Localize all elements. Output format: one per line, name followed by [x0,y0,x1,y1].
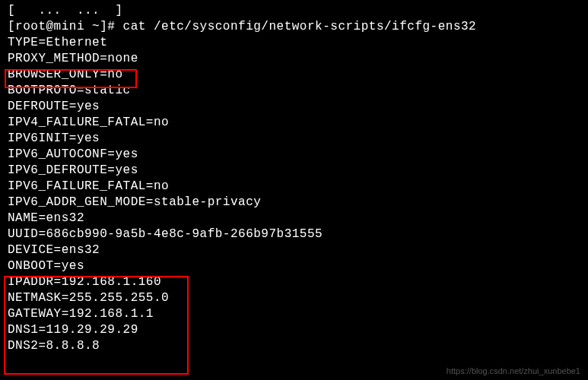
config-line: BROWSER_ONLY=no [8,67,580,83]
config-line: PROXY_METHOD=none [8,51,580,67]
shell-prompt: [root@mini ~]# [8,20,123,33]
terminal-prev-line: [ ... ... ] [8,3,580,19]
config-line: DEVICE=ens32 [8,242,580,258]
command-text: cat /etc/sysconfig/network-scripts/ifcfg… [123,20,477,33]
config-line-ipaddr: IPADDR=192.168.1.160 [8,274,580,290]
config-line: UUID=686cb990-9a5b-4e8c-9afb-266b97b3155… [8,226,580,242]
config-line: DEFROUTE=yes [8,99,580,115]
config-line-dns1: DNS1=119.29.29.29 [8,322,580,338]
config-line: IPV6INIT=yes [8,131,580,147]
config-line-bootproto: BOOTPROTO=static [8,83,580,99]
config-line: TYPE=Ethernet [8,35,580,51]
terminal-command-line[interactable]: [root@mini ~]# cat /etc/sysconfig/networ… [8,19,580,35]
config-line: IPV6_AUTOCONF=yes [8,147,580,163]
watermark-text: https://blog.csdn.net/zhui_xunbebe1 [447,366,580,375]
config-line-onboot: ONBOOT=yes [8,258,580,274]
config-line: IPV4_FAILURE_FATAL=no [8,115,580,131]
config-line: NAME=ens32 [8,211,580,226]
config-line-dns2: DNS2=8.8.8.8 [8,338,580,354]
config-line: IPV6_DEFROUTE=yes [8,163,580,179]
config-line-netmask: NETMASK=255.255.255.0 [8,290,580,306]
config-line-gateway: GATEWAY=192.168.1.1 [8,306,580,322]
config-line: IPV6_FAILURE_FATAL=no [8,179,580,195]
config-line: IPV6_ADDR_GEN_MODE=stable-privacy [8,195,580,211]
